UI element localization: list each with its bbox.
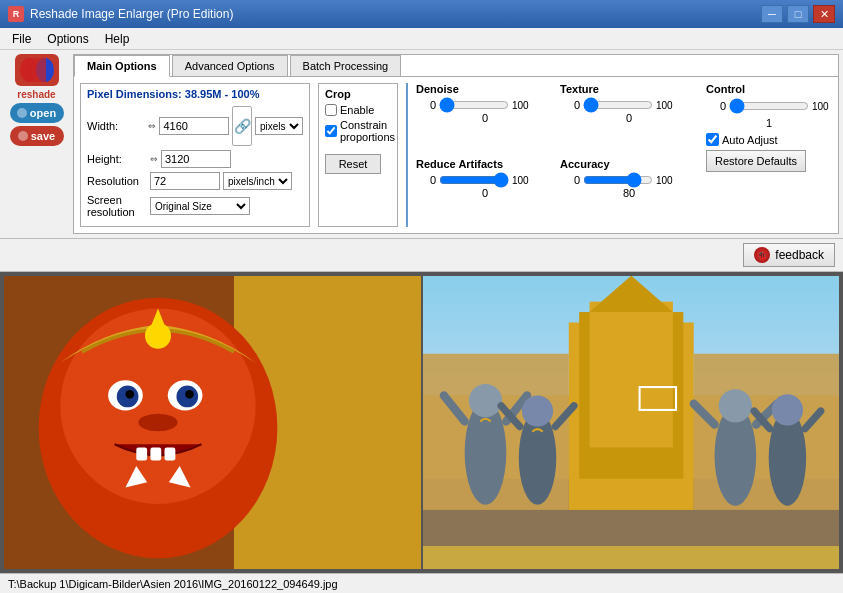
title-bar: R Reshade Image Enlarger (Pro Edition) ─…	[0, 0, 843, 28]
svg-point-31	[521, 395, 552, 426]
accuracy-max: 100	[656, 175, 676, 186]
svg-point-29	[468, 384, 501, 417]
brand-column: reshade open save	[4, 54, 69, 234]
screen-res-label: Screen resolution	[87, 194, 147, 218]
title-bar-buttons: ─ □ ✕	[761, 5, 835, 23]
auto-adjust-row: Auto Adjust	[706, 133, 832, 146]
reduce-artifacts-group: Reduce Artifacts 0 100 0	[416, 158, 554, 227]
units-select[interactable]: pixels	[255, 117, 303, 135]
control-slider-row: 0 100	[706, 99, 832, 113]
menu-options[interactable]: Options	[39, 30, 96, 48]
svg-rect-16	[150, 447, 161, 460]
height-input[interactable]	[161, 150, 231, 168]
accuracy-slider[interactable]	[583, 173, 653, 187]
resolution-label: Resolution	[87, 175, 147, 187]
control-max: 100	[812, 101, 832, 112]
crop-enable-checkbox[interactable]	[325, 104, 337, 116]
crop-constrain-row: Constrain proportions	[325, 119, 391, 143]
control-min: 0	[706, 100, 726, 112]
width-label: Width:	[87, 120, 145, 132]
denoise-min: 0	[416, 99, 436, 111]
pixel-dimensions-section: Pixel Dimensions: 38.95M - 100% Width: ⇔…	[80, 83, 310, 227]
image-right[interactable]	[423, 276, 840, 569]
maximize-button[interactable]: □	[787, 5, 809, 23]
resolution-units-select[interactable]: pixels/inch	[223, 172, 292, 190]
auto-adjust-checkbox[interactable]	[706, 133, 719, 146]
denoise-slider[interactable]	[439, 98, 509, 112]
crop-section: Crop Enable Constrain proportions Reset	[318, 83, 398, 227]
height-row: Height: ⇔	[87, 150, 303, 168]
auto-adjust-label: Auto Adjust	[722, 134, 778, 146]
svg-point-35	[771, 394, 802, 425]
reset-button[interactable]: Reset	[325, 154, 381, 174]
svg-point-12	[125, 390, 134, 399]
svg-rect-27	[693, 354, 839, 510]
tab-advanced-options[interactable]: Advanced Options	[172, 55, 288, 76]
menu-file[interactable]: File	[4, 30, 39, 48]
texture-max: 100	[656, 100, 676, 111]
control-title: Control	[706, 83, 832, 95]
top-panel: reshade open save Main Options Advanced …	[0, 50, 843, 239]
reduce-artifacts-min: 0	[416, 174, 436, 186]
width-input[interactable]	[159, 117, 229, 135]
resolution-row: Resolution pixels/inch	[87, 172, 303, 190]
reduce-artifacts-value: 0	[416, 187, 554, 199]
restore-defaults-button[interactable]: Restore Defaults	[706, 150, 806, 172]
denoise-title: Denoise	[416, 83, 554, 95]
pixel-dimensions-title: Pixel Dimensions: 38.95M - 100%	[87, 88, 303, 100]
feedback-button[interactable]: 🐞 feedback	[743, 243, 835, 267]
svg-rect-17	[165, 447, 176, 460]
brand-name: reshade	[17, 89, 55, 100]
svg-point-33	[718, 389, 751, 422]
reduce-artifacts-title: Reduce Artifacts	[416, 158, 554, 170]
crop-title: Crop	[325, 88, 391, 100]
feedback-label: feedback	[775, 248, 824, 262]
constrain-proportions-checkbox[interactable]	[325, 125, 337, 137]
menu-bar: File Options Help	[0, 28, 843, 50]
tab-main-options[interactable]: Main Options	[74, 55, 170, 77]
texture-title: Texture	[560, 83, 698, 95]
texture-value: 0	[560, 112, 698, 124]
brand-logo	[15, 54, 59, 86]
sliders-grid: Denoise 0 100 0 Texture 0	[406, 83, 698, 227]
texture-min: 0	[560, 99, 580, 111]
tabs-row: Main Options Advanced Options Batch Proc…	[74, 55, 838, 77]
svg-rect-24	[589, 302, 672, 448]
denoise-value: 0	[416, 112, 554, 124]
tab-content: Pixel Dimensions: 38.95M - 100% Width: ⇔…	[74, 77, 838, 233]
texture-slider-row: 0 100	[560, 98, 698, 112]
open-button[interactable]: open	[10, 103, 64, 123]
control-mid-label: 1	[706, 117, 832, 129]
control-section: Control 0 100 1 Auto Adjust Restore Defa…	[706, 83, 832, 227]
screen-resolution-row: Screen resolution Original Size	[87, 194, 303, 218]
tab-batch-processing[interactable]: Batch Processing	[290, 55, 402, 76]
close-button[interactable]: ✕	[813, 5, 835, 23]
image-left	[4, 276, 421, 569]
resolution-input[interactable]	[150, 172, 220, 190]
texture-slider[interactable]	[583, 98, 653, 112]
denoise-slider-row: 0 100	[416, 98, 554, 112]
minimize-button[interactable]: ─	[761, 5, 783, 23]
screen-res-select[interactable]: Original Size	[150, 197, 250, 215]
texture-group: Texture 0 100 0	[560, 83, 698, 152]
accuracy-min: 0	[560, 174, 580, 186]
reduce-artifacts-slider-row: 0 100	[416, 173, 554, 187]
accuracy-slider-row: 0 100	[560, 173, 698, 187]
denoise-group: Denoise 0 100 0	[416, 83, 554, 152]
svg-rect-15	[136, 447, 147, 460]
crop-enable-label: Enable	[340, 104, 374, 116]
width-arrows-icon: ⇔	[148, 121, 156, 131]
save-button[interactable]: save	[10, 126, 64, 146]
app-icon: R	[8, 6, 24, 22]
crop-enable-row: Enable	[325, 104, 391, 116]
menu-help[interactable]: Help	[97, 30, 138, 48]
tabs-panel: Main Options Advanced Options Batch Proc…	[73, 54, 839, 234]
reduce-artifacts-slider[interactable]	[439, 173, 509, 187]
height-label: Height:	[87, 153, 147, 165]
link-proportions-icon[interactable]: 🔗	[232, 106, 252, 146]
control-slider[interactable]	[729, 99, 809, 113]
accuracy-title: Accuracy	[560, 158, 698, 170]
svg-rect-2	[28, 58, 46, 82]
status-bar: T:\Backup 1\Digicam-Bilder\Asien 2016\IM…	[0, 573, 843, 593]
images-panel	[0, 272, 843, 573]
